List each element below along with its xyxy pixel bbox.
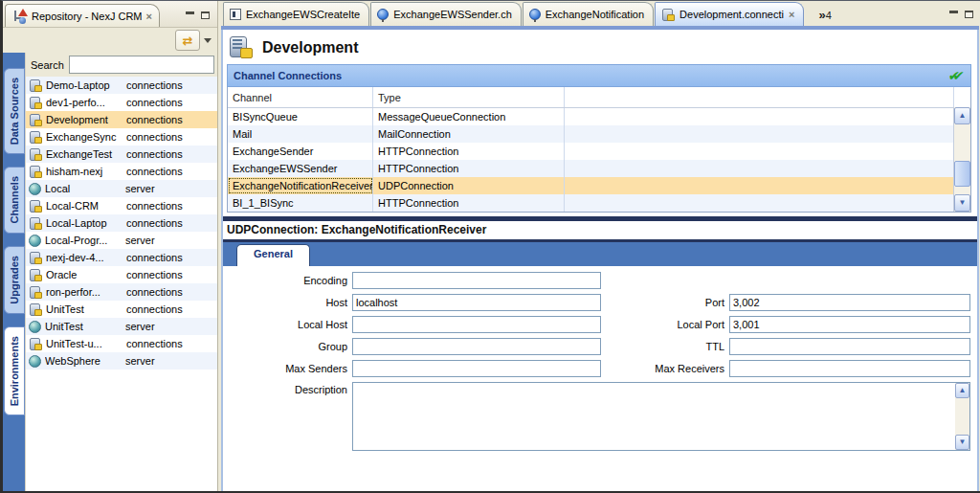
- list-item[interactable]: UnitTest-u... connections: [26, 335, 217, 352]
- repository-title: Repository - NexJ CRM: [32, 11, 143, 22]
- table-row[interactable]: ExchangeEWSSender HTTPConnection: [228, 160, 970, 177]
- repository-titlebar: Repository - NexJ CRM ×: [3, 1, 217, 28]
- search-label: Search: [31, 59, 64, 71]
- list-item[interactable]: Demo-Laptop connections: [26, 77, 217, 94]
- host-field[interactable]: [352, 294, 601, 311]
- list-item[interactable]: ExchangeTest connections: [26, 146, 217, 163]
- group-field[interactable]: [352, 338, 601, 355]
- search-input[interactable]: [69, 56, 214, 74]
- sidebar-tab-channels[interactable]: Channels: [4, 167, 25, 234]
- sidebar-tab-strip: Data SourcesChannelsUpgradesEnvironments: [3, 53, 25, 491]
- local-host-field[interactable]: [352, 316, 601, 333]
- connections-icon: [29, 147, 42, 161]
- list-item[interactable]: Local-CRM connections: [26, 197, 217, 214]
- editor-tab-bar: ExchangeEWSCreateIte ExchangeEWSSender.c…: [221, 1, 979, 26]
- field-label: Local Port: [606, 319, 724, 330]
- editor-tab[interactable]: ExchangeNotification: [523, 2, 654, 26]
- connections-icon: [29, 199, 42, 213]
- list-item[interactable]: dev1-perfo... connections: [26, 94, 217, 111]
- environment-icon: [229, 35, 254, 59]
- connections-icon: [29, 303, 42, 316]
- close-icon[interactable]: ×: [789, 9, 794, 20]
- environments-list: Demo-Laptop connections dev1-perfo... co…: [26, 77, 217, 491]
- local-port-field[interactable]: [729, 316, 970, 333]
- editor-tab[interactable]: ExchangeEWSSender.ch: [370, 2, 522, 26]
- connections-icon: [29, 285, 42, 299]
- description-input[interactable]: [352, 382, 970, 451]
- repository-view-tab[interactable]: Repository - NexJ CRM ×: [5, 4, 160, 27]
- connections-icon: [29, 113, 42, 126]
- connections-icon: [29, 130, 42, 144]
- port-field[interactable]: [729, 294, 970, 311]
- minimize-icon[interactable]: [186, 11, 194, 19]
- list-item[interactable]: Oracle connections: [26, 266, 217, 283]
- connections-icon: [661, 8, 675, 21]
- field-label: Port: [606, 297, 724, 308]
- channel-connections-table: Channel Type BISyncQueue MessageQueueCon…: [227, 87, 971, 213]
- scrollbar-thumb[interactable]: [954, 161, 970, 187]
- table-row[interactable]: BI_1_BISync HTTPConnection: [228, 194, 970, 212]
- minimize-icon[interactable]: [949, 11, 958, 18]
- editor-tab[interactable]: Development.connecti ×: [655, 2, 804, 26]
- server-icon: [29, 183, 41, 195]
- table-row[interactable]: BISyncQueue MessageQueueConnection: [228, 108, 970, 125]
- detail-title: UDPConnection: ExchangeNotificationRecei…: [223, 221, 977, 239]
- table-row[interactable]: ExchangeNotificationReceiver UDPConnecti…: [228, 177, 970, 194]
- sidebar-tab-data-sources[interactable]: Data Sources: [4, 68, 25, 154]
- scroll-up-icon[interactable]: ▲: [955, 383, 969, 398]
- page-title: Development: [262, 39, 358, 56]
- description-scrollbar[interactable]: ▲▼: [955, 383, 969, 450]
- editor-tab[interactable]: ExchangeEWSCreateIte: [223, 2, 369, 26]
- maximize-icon[interactable]: [965, 11, 973, 18]
- channel-connections-header: Channel Connections ✔✔: [227, 64, 971, 87]
- list-item[interactable]: WebSphere server: [26, 352, 217, 370]
- list-item[interactable]: Local-Laptop connections: [26, 214, 217, 232]
- server-icon: [29, 235, 41, 247]
- column-header-channel[interactable]: Channel: [228, 87, 373, 107]
- list-item[interactable]: Local-Progr... server: [26, 232, 217, 249]
- create-item-icon: [230, 9, 241, 20]
- list-item[interactable]: ExchangeSync connections: [26, 128, 217, 146]
- list-item[interactable]: UnitTest connections: [26, 301, 217, 318]
- connections-icon: [29, 165, 42, 178]
- list-item[interactable]: ron-perfor... connections: [26, 283, 217, 301]
- maximize-icon[interactable]: [201, 11, 210, 19]
- connections-icon: [29, 251, 42, 264]
- more-tabs-chevron[interactable]: »4: [818, 8, 831, 26]
- max-senders-field[interactable]: [352, 360, 601, 377]
- server-icon: [29, 321, 41, 333]
- table-scrollbar[interactable]: ▲ ▼: [953, 107, 970, 212]
- sidebar-tab-environments[interactable]: Environments: [4, 326, 25, 415]
- repository-icon: [12, 9, 28, 24]
- table-row[interactable]: Mail MailConnection: [228, 125, 970, 143]
- list-item[interactable]: nexj-dev-4... connections: [26, 249, 217, 266]
- ttl-field[interactable]: [729, 338, 970, 355]
- sync-icon: ⇄: [183, 34, 193, 47]
- link-with-editor-button[interactable]: ⇄: [175, 30, 200, 51]
- max-receivers-field[interactable]: [729, 360, 970, 377]
- encoding-field[interactable]: [352, 272, 601, 289]
- scroll-up-icon[interactable]: ▲: [954, 107, 970, 124]
- editor-area: ExchangeEWSCreateIte ExchangeEWSSender.c…: [221, 1, 979, 491]
- list-item[interactable]: hisham-nexj connections: [26, 163, 217, 180]
- validate-checks-icon[interactable]: ✔✔: [947, 68, 966, 83]
- field-label: Local Host: [229, 319, 347, 330]
- table-header-row: Channel Type: [228, 87, 970, 108]
- view-menu-icon[interactable]: [204, 38, 212, 43]
- table-row[interactable]: ExchangeSender HTTPConnection: [228, 143, 970, 160]
- tab-general[interactable]: General: [236, 244, 310, 266]
- list-item[interactable]: UnitTest server: [26, 318, 217, 335]
- app-window: Repository - NexJ CRM × ⇄ Data SourcesCh…: [0, 0, 980, 493]
- channel-icon: [377, 9, 389, 20]
- close-icon[interactable]: ×: [146, 11, 152, 22]
- list-item[interactable]: Development connections: [26, 111, 217, 128]
- list-item[interactable]: Local server: [26, 180, 217, 197]
- scroll-down-icon[interactable]: ▼: [954, 194, 970, 212]
- detail-tab-bar: General: [223, 242, 977, 266]
- channel-icon: [529, 9, 541, 20]
- sidebar-tab-upgrades[interactable]: Upgrades: [4, 246, 25, 314]
- scroll-down-icon[interactable]: ▼: [955, 435, 969, 450]
- column-header-type[interactable]: Type: [373, 87, 565, 107]
- editor-content: Development Channel Connections ✔✔ Chann…: [221, 30, 979, 491]
- connections-icon: [29, 337, 42, 350]
